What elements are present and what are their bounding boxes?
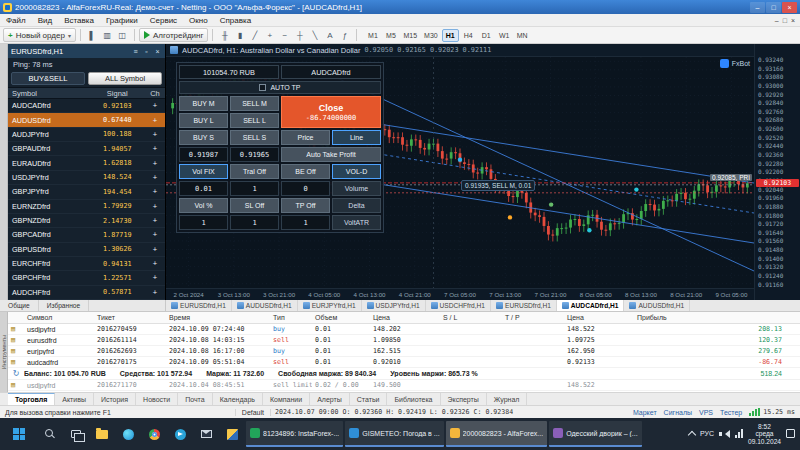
menu-icon[interactable]: ≡ bbox=[131, 47, 140, 56]
auto-take-profit-button[interactable]: Auto Take Profit bbox=[281, 147, 381, 162]
chart-tab[interactable]: AUDCADfrd,H1 bbox=[557, 300, 625, 311]
bottom-tab-Статьи[interactable]: Статьи bbox=[350, 393, 388, 405]
language-indicator[interactable]: РУС bbox=[700, 430, 714, 437]
orders-column-Время[interactable]: Время bbox=[166, 314, 270, 321]
add-symbol-button[interactable]: + bbox=[145, 116, 165, 125]
market-row[interactable]: GBPCHFfrd1.22571+ bbox=[8, 271, 165, 285]
chart-tab[interactable]: AUDUSDfrd,H1 bbox=[624, 300, 690, 311]
timeframe-H4[interactable]: H4 bbox=[460, 29, 477, 42]
tp-input[interactable]: 1 bbox=[281, 215, 330, 230]
search-icon[interactable] bbox=[38, 421, 62, 447]
edge-icon[interactable] bbox=[116, 421, 140, 447]
line-chart-icon[interactable]: ╱ bbox=[247, 28, 262, 42]
symbols-icon[interactable]: ◫ bbox=[115, 28, 130, 42]
sell-s-button[interactable]: SELL S bbox=[230, 130, 279, 145]
indicators-icon[interactable]: ƒ bbox=[337, 28, 352, 42]
market-row[interactable]: EURNZDfrd1.79929+ bbox=[8, 200, 165, 214]
mail-icon[interactable] bbox=[194, 421, 218, 447]
taskbar-chip[interactable]: 2000082823 - AlfaForex... bbox=[446, 421, 548, 447]
child-close-button[interactable]: × bbox=[791, 17, 795, 24]
status-link-Маркет[interactable]: Маркет bbox=[633, 409, 657, 416]
add-symbol-button[interactable]: + bbox=[145, 159, 165, 168]
position-row[interactable]: eurusdfrd20162611142024.10.08 14:03:15se… bbox=[8, 335, 800, 346]
market-row[interactable]: EURCHFfrd0.94131+ bbox=[8, 257, 165, 271]
taskbar-chip[interactable]: Одесский дворик – (... bbox=[549, 421, 642, 447]
add-symbol-button[interactable]: + bbox=[145, 245, 165, 254]
orders-column-Тип[interactable]: Тип bbox=[270, 314, 312, 321]
bottom-tab-Библиотека[interactable]: Библиотека bbox=[387, 393, 440, 405]
buy-s-button[interactable]: BUY S bbox=[179, 130, 228, 145]
depth-of-market-icon[interactable]: ▥ bbox=[100, 28, 115, 42]
network-icon[interactable] bbox=[735, 429, 743, 438]
chart-tab[interactable]: USDCHFfrd,H1 bbox=[426, 300, 491, 311]
bottom-tab-Компании[interactable]: Компании bbox=[263, 393, 310, 405]
sell-l-button[interactable]: SELL L bbox=[230, 113, 279, 128]
panel-symbol[interactable]: AUDCADfrd bbox=[281, 65, 381, 79]
metatrader-icon[interactable] bbox=[220, 421, 244, 447]
text-label-icon[interactable]: A bbox=[322, 28, 337, 42]
add-symbol-button[interactable]: + bbox=[145, 202, 165, 211]
market-row[interactable]: GBPUSDfrd1.30626+ bbox=[8, 243, 165, 257]
menu-item-Графики[interactable]: Графики bbox=[100, 16, 144, 25]
all-symbol-button[interactable]: ALL Symbol bbox=[88, 72, 162, 85]
add-symbol-button[interactable]: + bbox=[145, 187, 165, 196]
market-row[interactable]: GBPAUDfrd1.94057+ bbox=[8, 142, 165, 156]
child-restore-button[interactable]: □ bbox=[783, 17, 787, 24]
vol-pct-button[interactable]: Vol % bbox=[179, 198, 228, 213]
candlestick-chart-icon[interactable]: ▮ bbox=[232, 28, 247, 42]
market-row[interactable]: USDJPYfrd148.524+ bbox=[8, 171, 165, 185]
orders-column-S / L[interactable]: S / L bbox=[440, 314, 502, 321]
minimize-button[interactable]: – bbox=[750, 2, 765, 13]
add-symbol-button[interactable]: + bbox=[145, 216, 165, 225]
ch-column-header[interactable]: Ch bbox=[145, 89, 165, 98]
timeframe-M5[interactable]: M5 bbox=[382, 29, 399, 42]
add-symbol-button[interactable]: + bbox=[145, 144, 165, 153]
market-row[interactable]: AUDUSDfrd0.67440+ bbox=[8, 113, 165, 127]
menu-item-Файл[interactable]: Файл bbox=[0, 16, 32, 25]
add-symbol-button[interactable]: + bbox=[145, 101, 165, 110]
child-minimize-button[interactable]: – bbox=[775, 17, 779, 24]
vol-d-button[interactable]: VOL-D bbox=[332, 164, 381, 179]
add-symbol-button[interactable]: + bbox=[145, 259, 165, 268]
tick-chart-icon[interactable]: ▌ bbox=[85, 28, 100, 42]
chart-tab[interactable]: EURUSDfrd,H1 bbox=[491, 300, 557, 311]
position-row[interactable]: audcadfrd20162701752024.10.09 05:51:04se… bbox=[8, 357, 800, 368]
buy-l-button[interactable]: BUY L bbox=[179, 113, 228, 128]
bottom-tab-Календарь[interactable]: Календарь bbox=[213, 393, 263, 405]
algo-trading-button[interactable]: Алготрейдинг bbox=[139, 28, 209, 42]
line-mode-button[interactable]: Line bbox=[332, 130, 381, 145]
add-symbol-button[interactable]: + bbox=[145, 130, 165, 139]
toolbox-vertical-tab[interactable]: Инструменты bbox=[0, 312, 8, 392]
orders-column-T / P[interactable]: T / P bbox=[502, 314, 564, 321]
position-row[interactable]: usdjpyfrd20162704592024.10.09 07:24:40bu… bbox=[8, 324, 800, 335]
menu-item-Сервис[interactable]: Сервис bbox=[144, 16, 183, 25]
price-mode-button[interactable]: Price bbox=[281, 130, 330, 145]
pending-order-row[interactable]: usdjpyfrd20162711702024.10.04 08:45:51se… bbox=[8, 380, 800, 391]
bottom-tab-Журнал[interactable]: Журнал bbox=[487, 393, 528, 405]
orders-column-Тикет[interactable]: Тикет bbox=[94, 314, 166, 321]
chart-tab[interactable]: AUDUSDfrd,H1 bbox=[232, 300, 298, 311]
sl-input[interactable]: 1 bbox=[230, 215, 279, 230]
draw-trendline-icon[interactable]: ╲ bbox=[307, 28, 322, 42]
symbol-column-header[interactable]: Symbol bbox=[8, 89, 90, 98]
timeframe-M30[interactable]: M30 bbox=[421, 29, 441, 42]
volume-icon[interactable] bbox=[719, 429, 730, 439]
settings-icon[interactable]: ▫ bbox=[142, 47, 151, 56]
zoom-in-icon[interactable]: + bbox=[262, 28, 277, 42]
orders-column-Цена[interactable]: Цена bbox=[370, 314, 440, 321]
bottom-tab-История[interactable]: История bbox=[94, 393, 136, 405]
orders-column-Прибыль[interactable]: Прибыль bbox=[634, 314, 800, 321]
market-row[interactable]: GBPCADfrd1.87719+ bbox=[8, 228, 165, 242]
connection-status[interactable]: 15.25 ms bbox=[749, 408, 795, 416]
be-off-button[interactable]: BE Off bbox=[281, 164, 330, 179]
bar-chart-icon[interactable]: ╫ bbox=[217, 28, 232, 42]
timeframe-D1[interactable]: D1 bbox=[478, 29, 495, 42]
timeframe-M1[interactable]: M1 bbox=[364, 29, 381, 42]
vol-fix-button[interactable]: Vol FIX bbox=[179, 164, 228, 179]
chart-tab[interactable]: EURUSDfrd,H1 bbox=[166, 300, 232, 311]
status-link-VPS[interactable]: VPS bbox=[699, 409, 713, 416]
be-input[interactable]: 0 bbox=[281, 181, 330, 196]
auto-tp-toggle[interactable]: AUTO TP bbox=[179, 81, 381, 94]
profile-selector[interactable]: Default bbox=[235, 409, 271, 416]
start-button[interactable] bbox=[2, 418, 36, 450]
